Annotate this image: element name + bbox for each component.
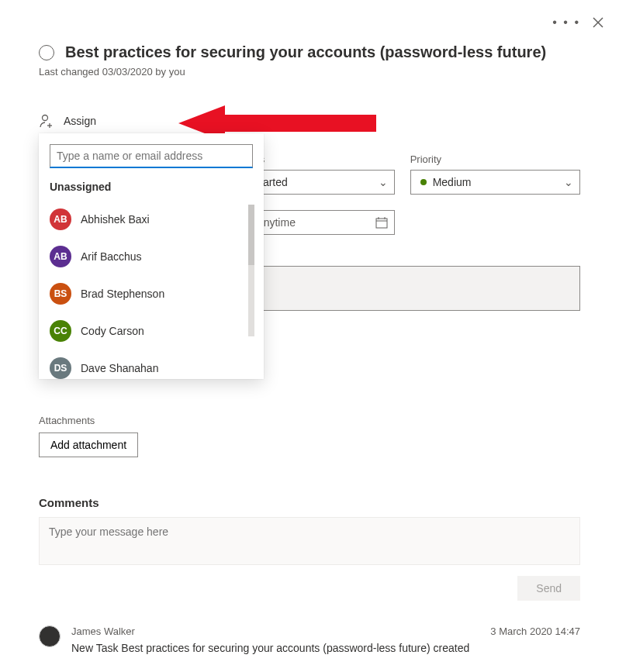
avatar: AB [50, 246, 71, 267]
more-options-icon[interactable]: • • • [552, 16, 580, 29]
person-item[interactable]: DSDave Shanahan [39, 350, 264, 379]
calendar-icon [375, 216, 388, 229]
task-title[interactable]: Best practices for securing your account… [65, 43, 546, 61]
person-name: Dave Shanahan [81, 362, 158, 374]
person-name: Arif Bacchus [81, 250, 142, 263]
avatar [39, 625, 61, 647]
person-item[interactable]: BSBrad Stephenson [39, 275, 264, 312]
avatar: AB [50, 208, 71, 230]
send-button[interactable]: Send [517, 576, 580, 601]
assign-dropdown: Unassigned ABAbhishek BaxiABArif Bacchus… [39, 133, 264, 379]
avatar: BS [50, 283, 71, 305]
attachments-label: Attachments [39, 415, 580, 426]
chevron-down-icon: ⌄ [379, 176, 388, 188]
person-item[interactable]: ABArif Bacchus [39, 238, 264, 275]
assign-button[interactable]: Assign [39, 109, 96, 133]
person-item[interactable]: CCCody Carson [39, 312, 264, 350]
scrollbar[interactable] [248, 205, 254, 336]
person-name: Abhishek Baxi [81, 213, 150, 226]
person-item[interactable]: ABAbhishek Baxi [39, 201, 264, 238]
avatar: DS [50, 357, 71, 379]
svg-rect-6 [376, 219, 387, 228]
assign-label: Assign [64, 115, 96, 127]
last-changed-meta: Last changed 03/03/2020 by you [39, 66, 580, 78]
comment-input[interactable] [39, 517, 580, 565]
assign-search-input[interactable] [50, 144, 253, 168]
person-name: Brad Stephenson [81, 288, 164, 300]
activity-timestamp: 3 March 2020 14:47 [490, 625, 580, 637]
activity-author: James Walker [71, 625, 135, 637]
person-add-icon [39, 113, 54, 129]
close-icon[interactable] [593, 17, 603, 28]
unassigned-header: Unassigned [39, 176, 264, 201]
priority-dot-icon [420, 179, 427, 185]
avatar: CC [50, 320, 71, 342]
person-name: Cody Carson [81, 325, 144, 337]
activity-text: New Task Best practices for securing you… [71, 642, 580, 654]
chevron-down-icon: ⌄ [564, 176, 573, 188]
priority-value: Medium [433, 176, 472, 188]
comments-label: Comments [39, 496, 580, 509]
priority-label: Priority [410, 153, 580, 165]
complete-task-checkbox[interactable] [39, 45, 54, 60]
priority-select[interactable]: Medium ⌄ [410, 170, 580, 195]
add-attachment-button[interactable]: Add attachment [39, 432, 138, 457]
svg-point-2 [43, 115, 48, 121]
